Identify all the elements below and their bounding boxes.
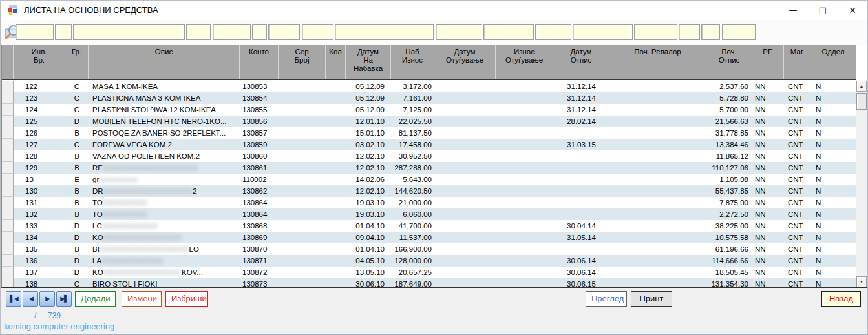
cell-desc: KOXXXXXXXXXXXXXX	[89, 232, 240, 243]
column-header-poc_otpis[interactable]: Поч. Отпис	[706, 45, 752, 79]
filter-input-4[interactable]	[186, 24, 211, 40]
column-header-inv[interactable]: Инв. Бр.	[14, 45, 65, 79]
table-row[interactable]: 123CPLASTICNA MASA 3 KOM-IKEA13085405.12…	[2, 92, 856, 104]
table-row[interactable]: 127CFOREWA VEGA KOM.213085903.02.1017,45…	[2, 139, 856, 150]
filter-input-15[interactable]	[679, 24, 700, 40]
scrollbar-thumb[interactable]	[856, 93, 867, 110]
row-selector[interactable]	[2, 267, 14, 278]
column-header-desc[interactable]: Опис	[89, 45, 240, 79]
vertical-scrollbar[interactable]: ▲ ▼	[856, 81, 867, 287]
edit-button[interactable]: Измени	[122, 291, 162, 307]
cell-ser	[279, 197, 326, 208]
preview-button[interactable]: Преглед	[586, 291, 627, 307]
filter-input-5[interactable]	[213, 24, 251, 40]
column-header-dat_otpis[interactable]: Датум Отпис	[553, 45, 609, 79]
filter-input-17[interactable]	[722, 24, 756, 40]
table-row[interactable]: 13Egrxxxxxxxxx11000214.02.065,643.001,10…	[2, 174, 856, 185]
table-row[interactable]: 128BVAZNA OD POLIETILEN KOM.213086012.02…	[2, 150, 856, 162]
column-header-re[interactable]: РЕ	[752, 45, 784, 79]
nav-first-button[interactable]: ▌◀	[6, 291, 21, 307]
filter-input-14[interactable]	[634, 24, 677, 40]
delete-button[interactable]: Избриши	[165, 291, 208, 307]
column-header-poc_reval[interactable]: Поч. Ревалор	[609, 45, 706, 79]
filter-input-9[interactable]	[335, 24, 434, 40]
table-row[interactable]: 124CPLASTI^NI STOL^IWA 12 KOM-IKEA130855…	[2, 104, 856, 116]
cell-inv: 132	[14, 208, 65, 220]
table-row[interactable]: 134DKOXXXXXXXXXXXXXX13086909.04.1011,537…	[2, 232, 856, 243]
table-row[interactable]: 137DKOXXXXXXXXXXXXXXKOV...13087213.05.10…	[2, 267, 856, 278]
row-selector[interactable]	[2, 278, 14, 287]
table-row[interactable]: 136DLAXXXXXXXXXXX13087104.05.10128,000.0…	[2, 255, 856, 267]
row-selector[interactable]	[2, 243, 14, 255]
cell-dat_otpis: 31.03.15	[553, 139, 609, 150]
table-row[interactable]: 122CMASA 1 KOM-IKEA13085305.12.093,172.0…	[2, 81, 856, 92]
table-row[interactable]: 126BPOSTOQE ZA BANER SO 2REFLEKT...13085…	[2, 127, 856, 139]
cell-gr: B	[65, 162, 89, 174]
cell-kol	[326, 92, 346, 104]
column-header-mag[interactable]: Маг	[784, 45, 810, 79]
row-selector[interactable]	[2, 208, 14, 220]
table-row[interactable]: 125DMOBILEN TELEFON HTC NERO-1KO...13085…	[2, 116, 856, 127]
row-selector[interactable]	[2, 139, 14, 150]
row-selector[interactable]	[2, 104, 14, 116]
scroll-down-icon[interactable]: ▼	[856, 276, 867, 287]
filter-input-7[interactable]	[268, 24, 300, 40]
filter-input-10[interactable]	[436, 24, 482, 40]
row-selector[interactable]	[2, 81, 14, 92]
row-selector[interactable]	[2, 197, 14, 208]
back-button[interactable]: Назад	[821, 291, 861, 307]
add-button[interactable]: Додади	[75, 291, 116, 307]
table-row[interactable]: 132BTOXXXXXXXX13086419.03.106,060.002,27…	[2, 208, 856, 220]
filter-input-13[interactable]	[573, 24, 633, 40]
row-selector[interactable]	[2, 162, 14, 174]
nav-next-button[interactable]: ▶	[39, 291, 55, 307]
filter-input-12[interactable]	[535, 24, 571, 40]
table-row[interactable]: 133DLCXXXXXXXXXX13086801.04.1041,700.003…	[2, 220, 856, 232]
filter-input-3[interactable]	[73, 24, 185, 40]
filter-input-2[interactable]	[55, 24, 72, 40]
filter-input-6[interactable]	[252, 24, 267, 40]
row-selector[interactable]	[2, 185, 14, 197]
minimize-button[interactable]: —	[778, 1, 808, 20]
table-row[interactable]: 130BDRXXXXXXXXXXXXXXXX213086212.02.10144…	[2, 185, 856, 197]
row-selector[interactable]	[2, 220, 14, 232]
row-selector[interactable]	[2, 174, 14, 185]
row-selector[interactable]	[2, 127, 14, 139]
row-selector[interactable]	[2, 116, 14, 127]
maximize-button[interactable]: □	[808, 1, 838, 20]
row-selector[interactable]	[2, 255, 14, 267]
row-selector[interactable]	[2, 150, 14, 162]
row-selector[interactable]	[2, 92, 14, 104]
table-row[interactable]: 138CBIRO STOL I FIOKI13087330.06.10187,6…	[2, 278, 856, 287]
column-header-konto[interactable]: Конто	[240, 45, 279, 79]
column-header-ser[interactable]: Сер Број	[279, 45, 326, 79]
scroll-up-icon[interactable]: ▲	[856, 81, 867, 92]
select-all-header[interactable]	[2, 45, 14, 79]
cell-nab_iznos: 11,537.00	[391, 232, 434, 243]
cell-ser	[279, 150, 326, 162]
cell-oddel: N	[810, 278, 856, 287]
column-header-oddel[interactable]: Оддел	[810, 45, 856, 79]
filter-input-1[interactable]	[16, 24, 54, 40]
column-header-nab_iznos[interactable]: Наб Износ	[391, 45, 434, 79]
filter-input-8[interactable]	[302, 24, 333, 40]
cell-nab_iznos: 3,172.00	[391, 81, 434, 92]
column-header-iznos_otug[interactable]: Износ Отуѓување	[496, 45, 553, 79]
cell-re: NN	[752, 150, 784, 162]
row-selector[interactable]	[2, 232, 14, 243]
column-header-gr[interactable]: Гр.	[65, 45, 89, 79]
filter-input-11[interactable]	[483, 24, 534, 40]
table-row[interactable]: 135BBIXXXXXXXXXXXXXXXXLO13087001.04.1016…	[2, 243, 856, 255]
cell-dat_otpis	[553, 174, 609, 185]
column-header-kol[interactable]: Кол	[326, 45, 346, 79]
filter-input-16[interactable]	[701, 24, 720, 40]
nav-prev-button[interactable]: ◀	[23, 291, 38, 307]
column-header-dat_otug[interactable]: Датум Отуѓување	[434, 45, 496, 79]
print-button[interactable]: Принт	[631, 291, 672, 307]
table-row[interactable]: 129BREXXXXXXXXXXXXXXXXX13086112.02.10287…	[2, 162, 856, 174]
nav-last-button[interactable]: ▶▌	[56, 291, 72, 307]
table-row[interactable]: 131BTOXXXXXXXX13086419.03.1021,000.007,8…	[2, 197, 856, 208]
cell-iznos_otug	[496, 243, 553, 255]
close-button[interactable]: ✕	[838, 1, 867, 20]
column-header-dat_nab[interactable]: Датум На Набавка	[346, 45, 391, 79]
